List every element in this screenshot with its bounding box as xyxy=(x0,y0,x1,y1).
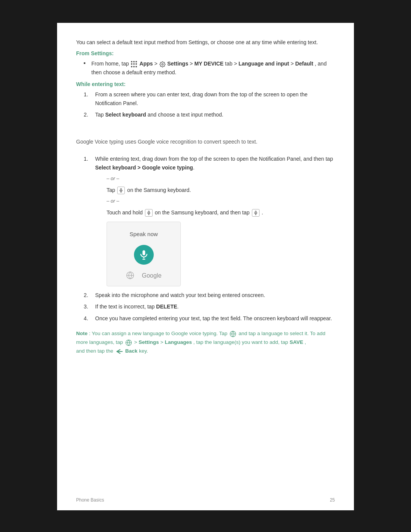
apps-label: Apps xyxy=(140,61,153,67)
svg-point-0 xyxy=(162,64,163,65)
from-settings-heading: From Settings: xyxy=(76,50,335,56)
list-item: 4. Once you have completed entering your… xyxy=(84,314,335,323)
mydevice-label: MY DEVICE xyxy=(194,61,224,67)
or-divider-2: – or – xyxy=(107,197,335,205)
spacer xyxy=(76,149,335,155)
google-voice-list: 1. While entering text, drag down from t… xyxy=(84,155,335,323)
note-text5: , xyxy=(304,339,306,345)
footer-right: 25 xyxy=(330,497,335,503)
or2-text: – or – xyxy=(107,198,119,204)
note-key: key. xyxy=(139,348,148,354)
mic-icon-inline-2 xyxy=(145,209,153,217)
page-container: You can select a default text input meth… xyxy=(57,23,354,510)
settings-icon xyxy=(159,61,166,67)
step2-gv: Speak into the microphone and watch your… xyxy=(95,292,265,298)
tab-text: tab > xyxy=(225,61,238,67)
list-item: 3. If the text is incorrect, tap DELETE. xyxy=(84,302,335,311)
tap-line-1: Tap on the Samsung keyboard. xyxy=(107,186,335,194)
step-num: 3. xyxy=(84,302,88,311)
apps-icon xyxy=(131,61,138,68)
globe-icon-note2 xyxy=(125,339,132,346)
note-arrow2: > xyxy=(160,339,165,345)
note-arrow: > xyxy=(134,339,139,345)
footer-bar: Phone Basics 25 xyxy=(76,497,335,503)
footer-left: Phone Basics xyxy=(76,497,104,503)
touch-hold-middle: on the Samsung keyboard, and then tap xyxy=(155,209,251,216)
google-voice-intro-text: Google Voice typing uses Google voice re… xyxy=(76,139,257,145)
intro-text: You can select a default text input meth… xyxy=(76,39,318,45)
mic-svg xyxy=(119,188,123,193)
google-voice-intro: Google Voice typing uses Google voice re… xyxy=(76,139,335,145)
mic-icon-inline-3 xyxy=(252,209,260,217)
section-divider xyxy=(76,126,335,131)
note-block: Note : You can assign a new language to … xyxy=(76,329,335,356)
step4-gv: Once you have completed entering your te… xyxy=(95,315,332,321)
globe-icon-note xyxy=(229,331,236,337)
while-entering-heading: While entering text: xyxy=(76,81,335,87)
settings-label: Settings xyxy=(167,61,188,67)
tap-prefix: Tap xyxy=(107,187,116,193)
step-num: 4. xyxy=(84,314,88,323)
while-entering-label: While entering text: xyxy=(76,81,126,87)
note-back: Back xyxy=(125,348,137,354)
note-settings: Settings xyxy=(139,339,159,345)
svg-rect-7 xyxy=(255,211,256,213)
arrow3: > xyxy=(291,61,295,67)
tap-line-2: Touch and hold on the Samsung keyboard, … xyxy=(107,208,335,217)
list-item: From home, tap Apps > Settings > MY DEVI… xyxy=(84,59,335,77)
step-num: 1. xyxy=(84,90,88,99)
speak-now-box: Speak now Google xyxy=(107,222,181,287)
google-label: Google xyxy=(142,271,162,281)
arrow1: > xyxy=(154,61,159,67)
note-and-then: and then tap the xyxy=(76,348,115,354)
note-text1: : You can assign a new language to Googl… xyxy=(89,331,229,336)
intro-paragraph: You can select a default text input meth… xyxy=(76,38,335,46)
mic-svg-2 xyxy=(147,211,151,215)
svg-rect-10 xyxy=(142,250,145,255)
tap-suffix-1: on the Samsung keyboard. xyxy=(127,187,191,193)
or-divider-1: – or – xyxy=(107,175,335,183)
mic-icon-inline-1 xyxy=(117,187,125,194)
speak-now-footer: Google xyxy=(113,271,175,281)
default-label: Default xyxy=(295,61,313,67)
language-input-label: Language and input xyxy=(239,61,289,67)
note-languages: Languages xyxy=(165,339,192,345)
back-icon xyxy=(115,348,123,355)
touch-hold-prefix: Touch and hold xyxy=(107,209,144,216)
step3-gv: If the text is incorrect, tap DELETE. xyxy=(95,304,178,310)
speak-now-title: Speak now xyxy=(129,230,158,239)
list-item: 1. While entering text, drag down from t… xyxy=(84,155,335,286)
list-item: 2. Tap Select keyboard and choose a text… xyxy=(84,110,335,119)
step1-gv: While entering text, drag down from the … xyxy=(95,156,333,170)
arrow2: > xyxy=(190,61,194,67)
mic-circle xyxy=(134,245,154,265)
from-settings-list: From home, tap Apps > Settings > MY DEVI… xyxy=(84,59,335,77)
mic-svg-3 xyxy=(253,211,258,215)
step2-text: Tap Select keyboard and choose a text in… xyxy=(95,112,223,118)
list-item: 2. Speak into the microphone and watch y… xyxy=(84,291,335,299)
touch-hold-suffix: . xyxy=(262,209,263,216)
list-item: 1. From a screen where you can enter tex… xyxy=(84,90,335,107)
svg-rect-1 xyxy=(121,189,122,191)
globe-icon xyxy=(126,271,134,280)
step-num: 2. xyxy=(84,110,88,119)
note-text4: , tap the language(s) you want to add, t… xyxy=(193,339,290,345)
step1-text: From a screen where you can enter text, … xyxy=(95,91,307,106)
while-entering-list: 1. From a screen where you can enter tex… xyxy=(84,90,335,119)
or1-text: – or – xyxy=(107,176,119,181)
step-num: 2. xyxy=(84,291,88,299)
from-settings-label: From Settings: xyxy=(76,50,114,56)
mic-circle-icon xyxy=(139,249,149,260)
step-num: 1. xyxy=(84,155,88,163)
bullet-prefix: From home, tap xyxy=(91,61,131,67)
svg-rect-4 xyxy=(148,211,149,213)
note-save: SAVE xyxy=(290,339,303,345)
note-label: Note xyxy=(76,331,88,336)
